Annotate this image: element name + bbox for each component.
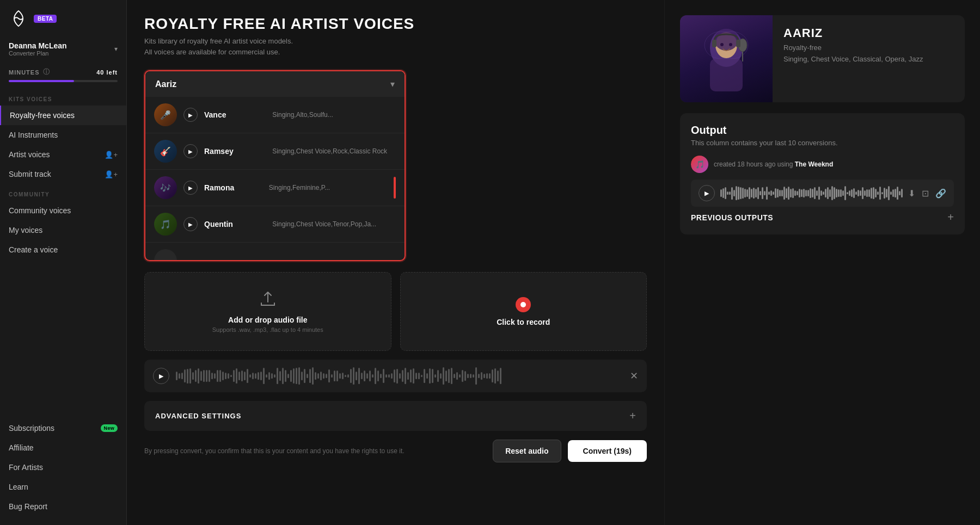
minutes-section: MINUTES ⓘ 40 left	[0, 61, 126, 89]
upload-sublabel: Supports .wav, .mp3, .flac up to 4 minut…	[212, 326, 323, 333]
voice-item-ramsey[interactable]: 🎸 ▶ Ramsey Singing,Chest Voice,Rock,Clas…	[145, 133, 405, 170]
page-title: ROYALTY FREE AI ARTIST VOICES	[144, 15, 647, 33]
voice-selector-title: Aariz	[155, 79, 176, 89]
artist-illustration	[694, 15, 759, 102]
output-waveform-row: ▶ ⬇ ⊡ 🔗	[691, 180, 954, 207]
artist-tags: Singing, Chest Voice, Classical, Opera, …	[783, 55, 923, 63]
link-button[interactable]: 🔗	[935, 188, 946, 199]
voice-item-partial[interactable]	[145, 243, 405, 260]
user-name: Deanna McLean	[9, 41, 67, 50]
sidebar-item-affiliate[interactable]: Affiliate	[0, 438, 126, 458]
waveform-visual	[176, 366, 623, 386]
voice-name-quentin: Quentin	[204, 220, 266, 228]
sidebar-item-bug-report[interactable]: Bug Report	[0, 497, 126, 516]
svg-rect-10	[736, 40, 740, 47]
artist-card: AARIZ Royalty-free Singing, Chest Voice,…	[680, 15, 965, 102]
sidebar-item-artist-voices[interactable]: Artist voices 👤+	[0, 145, 126, 164]
advanced-settings-label: ADVANCED SETTINGS	[155, 412, 241, 420]
sidebar-item-label: Submit track	[9, 170, 51, 178]
sidebar-item-my-voices[interactable]: My voices	[0, 220, 126, 240]
artist-royalty: Royalty-free	[783, 44, 923, 52]
voice-name-ramona: Ramona	[204, 183, 262, 192]
sidebar-item-learn[interactable]: Learn	[0, 477, 126, 497]
add-user-icon: 👤+	[105, 170, 118, 178]
kits-voices-section-label: KITS VOICES	[0, 89, 126, 106]
voice-tags-vance: Singing,Alto,Soulfu...	[272, 111, 396, 119]
voice-item-ramona[interactable]: 🎶 ▶ Ramona Singing,Feminine,P...	[145, 170, 405, 206]
output-title: Output	[691, 124, 954, 137]
voice-play-button-ramsey[interactable]: ▶	[183, 144, 198, 158]
sidebar-item-create-a-voice[interactable]: Create a voice	[0, 240, 126, 260]
voice-avatar-ramona: 🎶	[154, 176, 177, 199]
download-button[interactable]: ⬇	[908, 188, 915, 199]
upload-box[interactable]: Add or drop audio file Supports .wav, .m…	[144, 272, 391, 351]
output-actions: ⬇ ⊡ 🔗	[908, 188, 946, 199]
footer-disclaimer: By pressing convert, you confirm that th…	[144, 447, 486, 455]
voice-avatar-ramsey: 🎸	[154, 140, 177, 163]
record-dot-icon	[516, 297, 531, 312]
reset-audio-button[interactable]: Reset audio	[493, 440, 561, 462]
voice-name-ramsey: Ramsey	[204, 147, 266, 156]
app-logo-icon	[9, 9, 28, 28]
waveform-play-button[interactable]: ▶	[153, 368, 169, 384]
voice-tags-ramona: Singing,Feminine,P...	[269, 184, 385, 192]
previous-outputs-row[interactable]: PREVIOUS OUTPUTS +	[691, 211, 954, 224]
record-box[interactable]: Click to record	[400, 272, 647, 351]
sidebar-item-ai-instruments[interactable]: AI Instruments	[0, 125, 126, 145]
sidebar-item-for-artists[interactable]: For Artists	[0, 458, 126, 477]
page-subtitle: Kits library of royalty free AI artist v…	[144, 36, 647, 57]
waveform-close-button[interactable]: ✕	[630, 370, 638, 382]
minutes-left: 40 left	[96, 69, 118, 76]
sidebar-item-label: Create a voice	[9, 245, 58, 254]
advanced-settings[interactable]: ADVANCED SETTINGS +	[144, 401, 647, 431]
output-item: 🎵 created 18 hours ago using The Weeknd	[691, 156, 954, 173]
sidebar-item-submit-track[interactable]: Submit track 👤+	[0, 164, 126, 184]
voice-tags-quentin: Singing,Chest Voice,Tenor,Pop,Ja...	[272, 220, 396, 228]
record-label: Click to record	[497, 318, 550, 326]
artist-info: AARIZ Royalty-free Singing, Chest Voice,…	[773, 15, 934, 102]
previous-outputs-label: PREVIOUS OUTPUTS	[691, 213, 773, 222]
bookmark-button[interactable]: ⊡	[922, 188, 929, 199]
voice-item-vance[interactable]: 🎤 ▶ Vance Singing,Alto,Soulfu...	[145, 97, 405, 133]
voice-play-button-vance[interactable]: ▶	[183, 108, 198, 122]
advanced-settings-expand-icon: +	[629, 410, 636, 422]
user-plan: Converter Plan	[9, 50, 67, 57]
sidebar-item-label: AI Instruments	[9, 131, 58, 139]
svg-rect-9	[712, 40, 716, 47]
sidebar-item-royalty-free-voices[interactable]: Royalty-free voices	[0, 106, 126, 125]
upload-icon	[259, 290, 277, 311]
sidebar-item-label: My voices	[9, 226, 42, 234]
voice-avatar-quentin: 🎵	[154, 213, 177, 236]
minutes-label-text: MINUTES	[9, 69, 40, 76]
voice-selector-header[interactable]: Aariz ▾	[145, 71, 405, 97]
artist-image	[680, 15, 773, 102]
artist-name: AARIZ	[783, 26, 923, 40]
info-icon: ⓘ	[43, 67, 50, 77]
progress-bar-background	[9, 80, 118, 82]
voice-list: 🎤 ▶ Vance Singing,Alto,Soulfu... 🎸 ▶ Ram…	[145, 97, 405, 260]
progress-bar-fill	[9, 80, 74, 82]
user-profile[interactable]: Deanna McLean Converter Plan ▾	[0, 37, 126, 61]
upload-label: Add or drop audio file	[228, 316, 307, 324]
waveform-bar: ▶ ✕	[144, 360, 647, 392]
sidebar-item-label: Learn	[9, 483, 28, 491]
sidebar-item-label: Bug Report	[9, 502, 47, 511]
output-waveform-visual	[720, 186, 903, 201]
main-content: ROYALTY FREE AI ARTIST VOICES Kits libra…	[127, 0, 664, 525]
convert-button[interactable]: Convert (19s)	[568, 440, 647, 462]
upload-record-section: Add or drop audio file Supports .wav, .m…	[144, 272, 647, 351]
voice-item-quentin[interactable]: 🎵 ▶ Quentin Singing,Chest Voice,Tenor,Po…	[145, 206, 405, 243]
output-play-button[interactable]: ▶	[699, 185, 715, 201]
sidebar-item-community-voices[interactable]: Community voices	[0, 201, 126, 220]
previous-outputs-expand-icon: +	[947, 211, 954, 224]
voice-play-button-quentin[interactable]: ▶	[183, 217, 198, 231]
right-panel: AARIZ Royalty-free Singing, Chest Voice,…	[664, 0, 980, 525]
voice-name-vance: Vance	[204, 110, 266, 119]
sidebar-item-subscriptions[interactable]: Subscriptions New	[0, 418, 126, 438]
voice-play-button-ramona[interactable]: ▶	[183, 181, 198, 195]
output-avatar: 🎵	[691, 156, 708, 173]
sidebar-item-label: Artist voices	[9, 150, 50, 159]
voice-selector-container: Aariz ▾ 🎤 ▶ Vance Singing,Alto,Soulfu...…	[144, 70, 647, 261]
output-subtitle: This column contains your last 10 conver…	[691, 139, 954, 147]
voice-avatar-vance: 🎤	[154, 103, 177, 126]
